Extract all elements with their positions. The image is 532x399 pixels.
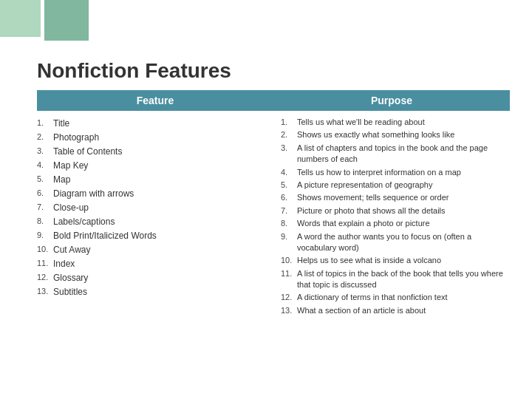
purpose-text: Tells us what we'll be reading about (297, 117, 510, 128)
purpose-item: 11.A list of topics in the back of the b… (281, 268, 510, 291)
purpose-item: 13.What a section of an article is about (281, 305, 510, 316)
feature-num: 13. (37, 285, 53, 299)
feature-num: 5. (37, 173, 53, 186)
purpose-num: 8. (281, 218, 297, 229)
feature-num: 11. (37, 257, 53, 270)
feature-item: 1.Title (37, 117, 266, 130)
feature-text: Map (53, 173, 266, 186)
feature-num: 10. (37, 243, 53, 256)
feature-num: 8. (37, 215, 53, 228)
purpose-num: 1. (281, 117, 297, 128)
purpose-item: 10.Helps us to see what is inside a volc… (281, 255, 510, 266)
purpose-item: 8.Words that explain a photo or picture (281, 218, 510, 229)
feature-text: Map Key (53, 159, 266, 172)
purpose-num: 5. (281, 180, 297, 191)
feature-text: Subtitles (53, 285, 266, 299)
purpose-text: A list of topics in the back of the book… (297, 268, 510, 291)
feature-item: 5.Map (37, 173, 266, 186)
feature-item: 12.Glossary (37, 271, 266, 284)
purpose-text: Shows us exactly what something looks li… (297, 129, 510, 140)
purpose-num: 11. (281, 268, 297, 291)
feature-text: Close-up (53, 201, 266, 214)
feature-text: Glossary (53, 271, 266, 284)
feature-item: 11.Index (37, 257, 266, 270)
feature-item: 10.Cut Away (37, 243, 266, 256)
deco-square-right (44, 0, 89, 41)
feature-text: Bold Print/Italicized Words (53, 229, 266, 242)
feature-num: 2. (37, 131, 53, 144)
purpose-text: A dictionary of terms in that nonfiction… (297, 292, 510, 303)
purpose-num: 4. (281, 167, 297, 178)
purpose-item: 12.A dictionary of terms in that nonfict… (281, 292, 510, 303)
feature-item: 6.Diagram with arrows (37, 187, 266, 200)
feature-item: 3.Table of Contents (37, 145, 266, 158)
feature-num: 9. (37, 229, 53, 242)
purpose-text: Tells us how to interpret information on… (297, 167, 510, 178)
feature-text: Photograph (53, 131, 266, 144)
purpose-list: 1.Tells us what we'll be reading about2.… (281, 117, 510, 316)
feature-text: Title (53, 117, 266, 130)
features-column: 1.Title2.Photograph3.Table of Contents4.… (37, 117, 273, 318)
content-area: 1.Title2.Photograph3.Table of Contents4.… (37, 117, 510, 318)
purpose-num: 9. (281, 231, 297, 254)
feature-text: Cut Away (53, 243, 266, 256)
feature-item: 13.Subtitles (37, 285, 266, 299)
purpose-item: 6.Shows movement; tells sequence or orde… (281, 192, 510, 203)
purpose-num: 6. (281, 192, 297, 203)
deco-square-left (0, 0, 41, 37)
header-bar: Feature Purpose (37, 90, 510, 111)
feature-text: Diagram with arrows (53, 187, 266, 200)
feature-num: 6. (37, 187, 53, 200)
purpose-num: 2. (281, 129, 297, 140)
page-title: Nonfiction Features (37, 59, 510, 83)
feature-item: 8.Labels/captions (37, 215, 266, 228)
purpose-num: 12. (281, 292, 297, 303)
purpose-item: 3.A list of chapters and topics in the b… (281, 143, 510, 166)
purpose-text: Picture or photo that shows all the deta… (297, 205, 510, 216)
purpose-item: 1.Tells us what we'll be reading about (281, 117, 510, 128)
purpose-text: What a section of an article is about (297, 305, 510, 316)
purpose-text: A picture representation of geography (297, 180, 510, 191)
purpose-item: 5.A picture representation of geography (281, 180, 510, 191)
feature-item: 4.Map Key (37, 159, 266, 172)
purpose-num: 13. (281, 305, 297, 316)
feature-num: 7. (37, 201, 53, 214)
main-container: Nonfiction Features Feature Purpose 1.Ti… (37, 59, 510, 384)
purpose-text: A list of chapters and topics in the boo… (297, 143, 510, 166)
feature-item: 9.Bold Print/Italicized Words (37, 229, 266, 242)
feature-list: 1.Title2.Photograph3.Table of Contents4.… (37, 117, 266, 299)
feature-item: 2.Photograph (37, 131, 266, 144)
purpose-item: 9.A word the author wants you to focus o… (281, 231, 510, 254)
purpose-text: Helps us to see what is inside a volcano (297, 255, 510, 266)
feature-text: Index (53, 257, 266, 270)
feature-header: Feature (37, 95, 273, 106)
purpose-num: 7. (281, 205, 297, 216)
purpose-item: 7.Picture or photo that shows all the de… (281, 205, 510, 216)
purpose-num: 3. (281, 143, 297, 166)
purpose-header: Purpose (273, 95, 510, 106)
purpose-item: 2.Shows us exactly what something looks … (281, 129, 510, 140)
feature-num: 1. (37, 117, 53, 130)
feature-num: 12. (37, 271, 53, 284)
purpose-num: 10. (281, 255, 297, 266)
feature-num: 3. (37, 145, 53, 158)
purpose-text: Words that explain a photo or picture (297, 218, 510, 229)
feature-item: 7.Close-up (37, 201, 266, 214)
purpose-text: A word the author wants you to focus on … (297, 231, 510, 254)
purposes-column: 1.Tells us what we'll be reading about2.… (273, 117, 510, 318)
feature-text: Table of Contents (53, 145, 266, 158)
purpose-item: 4.Tells us how to interpret information … (281, 167, 510, 178)
feature-text: Labels/captions (53, 215, 266, 228)
purpose-text: Shows movement; tells sequence or order (297, 192, 510, 203)
feature-num: 4. (37, 159, 53, 172)
